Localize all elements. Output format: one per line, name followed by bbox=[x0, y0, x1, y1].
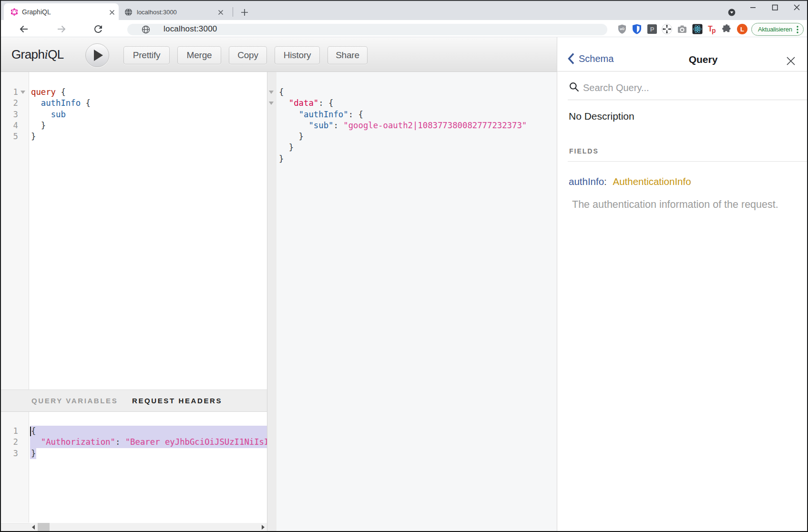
tab-localhost-close-icon[interactable] bbox=[217, 9, 225, 16]
site-info-globe-icon[interactable] bbox=[142, 25, 150, 34]
line-number: 3 bbox=[1, 448, 18, 459]
toolbar-button-prettify[interactable]: Prettify bbox=[123, 46, 170, 64]
query-editor-code[interactable]: query { authInfo { sub }} bbox=[31, 87, 91, 142]
docs-search-input[interactable]: Search Query... bbox=[583, 79, 649, 96]
tab-request-headers[interactable]: REQUEST HEADERS bbox=[132, 390, 222, 411]
back-button[interactable] bbox=[18, 23, 30, 35]
line-number: 1 bbox=[1, 87, 18, 98]
scrollbar-thumb[interactable] bbox=[38, 523, 50, 531]
toolbar-button-merge[interactable]: Merge bbox=[177, 46, 221, 64]
code-line: } bbox=[31, 131, 91, 142]
window-minimize-button[interactable] bbox=[742, 0, 764, 14]
line-number: 5 bbox=[1, 131, 18, 142]
docs-fields-heading: FIELDS bbox=[569, 146, 599, 156]
docs-close-icon[interactable] bbox=[787, 57, 795, 65]
tab-search-button[interactable] bbox=[728, 9, 736, 16]
field-type-link[interactable]: AuthenticationInfo bbox=[613, 176, 691, 187]
documentation-explorer: Schema Query Search Query... No Descript… bbox=[557, 37, 807, 531]
query-editor-linenumbers: 12345 bbox=[1, 87, 18, 142]
reload-button[interactable] bbox=[92, 23, 104, 35]
camera-icon[interactable] bbox=[676, 23, 688, 35]
scroll-left-arrow-icon bbox=[32, 525, 35, 530]
tab-localhost-title: localhost:3000 bbox=[137, 9, 177, 16]
scroll-right-arrow-icon bbox=[262, 525, 265, 530]
forward-button[interactable] bbox=[56, 23, 67, 35]
puzzle-extensions-icon[interactable] bbox=[721, 23, 733, 35]
tab-query-variables[interactable]: QUERY VARIABLES bbox=[31, 390, 118, 411]
result-viewer: { "data": { "authInfo": { "sub": "google… bbox=[267, 72, 557, 531]
graphiql-logo: GraphiQL bbox=[11, 37, 64, 72]
graphiql-toolbar-buttons: PrettifyMergeCopyHistoryShare bbox=[123, 46, 368, 64]
fields-divider bbox=[568, 161, 808, 162]
scroll-right-button[interactable] bbox=[259, 523, 267, 531]
code-line: query { bbox=[31, 87, 91, 98]
code-line: } bbox=[279, 153, 527, 164]
execute-query-button[interactable] bbox=[85, 43, 109, 67]
tab-graphiql[interactable] bbox=[4, 3, 119, 20]
scrollbar-corner-filler bbox=[1, 523, 30, 531]
window-border-top bbox=[0, 0, 808, 1]
globe-favicon-icon bbox=[124, 8, 133, 16]
horizontal-scrollbar[interactable] bbox=[30, 523, 267, 531]
svg-text:P: P bbox=[650, 26, 655, 33]
field-colon: : bbox=[604, 176, 607, 187]
play-icon bbox=[94, 50, 103, 61]
fold-arrow-icon[interactable] bbox=[269, 102, 274, 105]
tab-graphiql-title: GraphiQL bbox=[22, 8, 51, 16]
tab-graphiql-close-icon[interactable] bbox=[108, 9, 116, 16]
result-code: { "data": { "authInfo": { "sub": "google… bbox=[279, 87, 527, 164]
headers-editor-code[interactable]: { "Authorization": "Bearer eyJhbGciOiJSU… bbox=[31, 426, 267, 459]
line-number: 1 bbox=[1, 426, 18, 437]
line-number: 2 bbox=[1, 437, 18, 448]
fold-arrow-icon[interactable] bbox=[20, 91, 25, 94]
search-icon bbox=[569, 82, 580, 92]
tampermonkey-tp-icon[interactable]: T p bbox=[706, 23, 718, 35]
fold-arrow-icon[interactable] bbox=[269, 91, 274, 94]
field-name-link[interactable]: authInfo bbox=[569, 176, 604, 187]
code-line: authInfo { bbox=[31, 98, 91, 109]
react-devtools-icon[interactable] bbox=[692, 23, 703, 35]
ublock-shield-icon[interactable]: uO bbox=[616, 23, 628, 35]
svg-text:uO: uO bbox=[620, 27, 624, 31]
profile-avatar[interactable]: L bbox=[737, 24, 747, 34]
scroll-left-button[interactable] bbox=[30, 523, 38, 531]
p-square-icon[interactable]: P bbox=[646, 23, 658, 35]
code-line: "sub": "google-oauth2|108377380082777232… bbox=[279, 120, 527, 131]
bitwarden-shield-icon[interactable] bbox=[631, 23, 643, 35]
tab-separator bbox=[233, 7, 233, 17]
query-editor[interactable]: 12345 query { authInfo { sub }} bbox=[1, 72, 267, 389]
line-number: 3 bbox=[1, 109, 18, 120]
window-close-button[interactable] bbox=[786, 0, 808, 14]
window-border-left bbox=[0, 0, 1, 532]
move-circle-icon[interactable] bbox=[661, 23, 673, 35]
toolbar-button-share[interactable]: Share bbox=[327, 46, 368, 64]
code-line: "Authorization": "Bearer eyJhbGciOiJSUzI… bbox=[31, 437, 267, 448]
browser-menu-kebab-icon[interactable] bbox=[796, 25, 799, 34]
docs-no-description: No Description bbox=[569, 111, 634, 122]
graphql-favicon-icon bbox=[10, 8, 18, 16]
docs-title: Query bbox=[578, 37, 808, 72]
search-divider bbox=[568, 100, 808, 100]
headers-editor-linenumbers: 123 bbox=[1, 426, 18, 459]
code-line: } bbox=[279, 131, 527, 142]
update-button-label: Aktualisieren bbox=[758, 23, 792, 35]
toolbar-button-copy[interactable]: Copy bbox=[229, 46, 267, 64]
code-line: } bbox=[279, 142, 527, 153]
code-line: } bbox=[31, 120, 91, 131]
request-headers-editor[interactable]: 123 { "Authorization": "Bearer eyJhbGciO… bbox=[1, 412, 267, 522]
docs-header: Schema Query bbox=[557, 37, 807, 72]
toolbar-button-history[interactable]: History bbox=[275, 46, 320, 64]
svg-text:p: p bbox=[712, 27, 716, 34]
url-text[interactable]: localhost:3000 bbox=[164, 24, 217, 34]
code-line: "data": { bbox=[279, 98, 527, 109]
code-line: { bbox=[31, 426, 267, 437]
code-line: { bbox=[279, 87, 527, 98]
update-button[interactable]: Aktualisieren bbox=[751, 23, 804, 36]
line-number: 2 bbox=[1, 98, 18, 109]
back-chevron-icon[interactable] bbox=[567, 52, 575, 65]
new-tab-button[interactable] bbox=[237, 5, 252, 20]
result-foldmarkers bbox=[269, 87, 276, 164]
window-maximize-button[interactable] bbox=[765, 0, 787, 14]
code-line: sub bbox=[31, 109, 91, 120]
docs-field-description: The authentication information of the re… bbox=[572, 199, 778, 210]
